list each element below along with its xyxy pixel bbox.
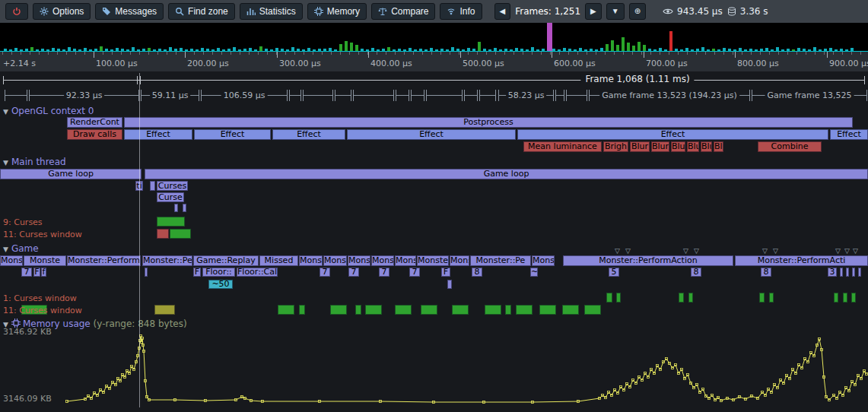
section-header-opengl-context-0[interactable]: ▼OpenGL context 0 xyxy=(3,106,94,116)
frame-band[interactable]: Frame 1,068 (1.11 ms) xyxy=(0,74,868,87)
zone-bar[interactable]: 8 xyxy=(472,268,482,277)
toolbar-button-next-frame[interactable]: ▶ xyxy=(585,3,602,20)
subframe-segment[interactable] xyxy=(353,90,394,101)
subframe-segment[interactable] xyxy=(5,90,27,101)
zone-bar[interactable] xyxy=(170,229,191,239)
zone-bar[interactable] xyxy=(183,204,186,212)
toolbar-button-statistics[interactable]: Statistics xyxy=(240,3,303,20)
zone-bar[interactable]: Monst xyxy=(348,255,370,266)
zone-bar[interactable]: 7 xyxy=(379,268,389,277)
zone-bar[interactable] xyxy=(145,268,148,277)
zone-bar[interactable]: Effect xyxy=(347,129,516,140)
subframe-segment[interactable]: 106.59 µs xyxy=(201,90,288,101)
toolbar-button-info[interactable]: Info xyxy=(440,3,482,20)
toolbar-button-options[interactable]: Options xyxy=(33,3,91,20)
zone-bar[interactable]: F xyxy=(193,268,201,277)
zone-bar[interactable] xyxy=(365,305,382,315)
zone-bar[interactable]: Mons xyxy=(450,255,469,266)
zone-bar[interactable]: ~ xyxy=(530,268,538,277)
zone-bar[interactable]: Monster::Pe xyxy=(142,255,192,266)
zone-bar[interactable]: 8 xyxy=(761,268,771,277)
zone-bar[interactable]: ~50 xyxy=(208,280,233,289)
zone-bar[interactable] xyxy=(843,293,847,303)
zone-bar[interactable]: RenderCont xyxy=(67,117,122,128)
subframe-segment[interactable] xyxy=(479,90,496,101)
zone-bar[interactable]: Effect xyxy=(272,129,345,140)
zone-bar[interactable]: Monst xyxy=(299,255,323,266)
zone-bar[interactable]: Monst xyxy=(395,255,416,266)
zone-bar[interactable]: Blur xyxy=(651,141,669,152)
zone-bar[interactable] xyxy=(452,305,469,315)
frame-time-histogram[interactable] xyxy=(0,23,868,52)
subframe-segment[interactable] xyxy=(566,90,587,101)
zone-bar[interactable]: 5 xyxy=(609,268,619,277)
zone-bar[interactable]: 7 xyxy=(348,268,359,277)
zone-bar[interactable]: Curses xyxy=(157,181,188,191)
zone-bar[interactable]: f xyxy=(41,268,46,277)
zone-bar[interactable] xyxy=(447,280,452,289)
subframe-segment[interactable] xyxy=(396,90,409,101)
zone-bar[interactable]: F xyxy=(441,268,450,277)
zone-bar[interactable] xyxy=(840,268,843,277)
subframe-segment[interactable]: 59.11 µs xyxy=(141,90,199,101)
section-header-main-thread[interactable]: ▼Main thread xyxy=(3,157,66,167)
zone-bar[interactable]: Brigh xyxy=(603,141,628,152)
zone-bar[interactable]: Postprocess xyxy=(124,117,853,128)
zone-bar[interactable]: Monster::PerformActi xyxy=(735,255,868,266)
zone-bar[interactable] xyxy=(421,305,437,315)
zone-bar[interactable] xyxy=(150,181,155,191)
zone-bar[interactable] xyxy=(157,217,185,227)
zone-bar[interactable]: Floor::Calc xyxy=(237,268,278,277)
zone-bar[interactable] xyxy=(606,293,612,303)
toolbar-button-find-zone[interactable]: Find zone xyxy=(168,3,235,20)
subframe-segment[interactable] xyxy=(303,90,333,101)
zone-bar[interactable]: 8 xyxy=(691,268,701,277)
toolbar-button-compare[interactable]: Compare xyxy=(371,3,435,20)
zone-bar[interactable] xyxy=(157,229,169,239)
zone-bar[interactable] xyxy=(852,268,855,277)
zone-bar[interactable]: Effect xyxy=(517,129,828,140)
zone-bar[interactable]: Game::Replay xyxy=(193,255,259,266)
zone-bar[interactable] xyxy=(278,305,294,315)
zone-bar[interactable]: Effect xyxy=(194,129,271,140)
zone-bar[interactable]: 7 xyxy=(320,268,330,277)
zone-bar[interactable]: Combine xyxy=(758,141,822,152)
zone-bar[interactable] xyxy=(174,204,178,212)
memory-usage-plot[interactable] xyxy=(0,331,868,407)
zone-bar[interactable] xyxy=(355,305,361,315)
zone-bar[interactable] xyxy=(154,305,175,315)
subframe-segment[interactable] xyxy=(555,90,564,101)
zone-bar[interactable] xyxy=(299,305,305,315)
zone-bar[interactable]: Floor:: xyxy=(202,268,235,277)
zone-bar[interactable]: Game loop xyxy=(0,169,141,179)
zone-bar[interactable]: 7 xyxy=(21,268,32,277)
zone-bar[interactable] xyxy=(330,305,347,315)
zone-bar[interactable]: Blur xyxy=(701,141,712,152)
zone-bar[interactable]: Blur xyxy=(714,141,723,152)
zone-bar[interactable]: Missed xyxy=(259,255,298,266)
zone-bar[interactable] xyxy=(688,293,693,303)
zone-bar[interactable] xyxy=(584,305,601,315)
zone-bar[interactable]: Effect xyxy=(830,129,868,140)
zone-bar[interactable]: Monster::PerformA xyxy=(67,255,141,266)
zone-bar[interactable] xyxy=(679,293,684,303)
subframe-segment[interactable] xyxy=(464,90,478,101)
zone-bar[interactable] xyxy=(562,305,579,315)
subframe-segment[interactable]: 58.23 µs xyxy=(498,90,554,101)
zone-bar[interactable]: Effect xyxy=(124,129,192,140)
zone-bar[interactable]: Monste xyxy=(24,255,66,266)
toolbar-button-focus-frame[interactable]: ⊕ xyxy=(629,3,646,20)
zone-bar[interactable]: Blur xyxy=(630,141,650,152)
zone-bar[interactable] xyxy=(769,293,774,303)
subframe-segment[interactable] xyxy=(426,90,463,101)
zone-bar[interactable]: 7 xyxy=(409,268,420,277)
zone-bar[interactable] xyxy=(516,305,533,315)
subframe-segment[interactable]: Game frame 13,525 xyxy=(752,90,867,101)
zone-bar[interactable] xyxy=(539,305,556,315)
zone-bar[interactable] xyxy=(858,268,861,277)
toolbar-button-power[interactable] xyxy=(5,3,28,20)
zone-bar[interactable]: Mons xyxy=(532,255,555,266)
zone-bar[interactable]: Monster::Pe xyxy=(470,255,531,266)
zone-bar[interactable]: Monst xyxy=(371,255,394,266)
toolbar-button-frame-list-dropdown[interactable]: ▼ xyxy=(606,3,625,20)
